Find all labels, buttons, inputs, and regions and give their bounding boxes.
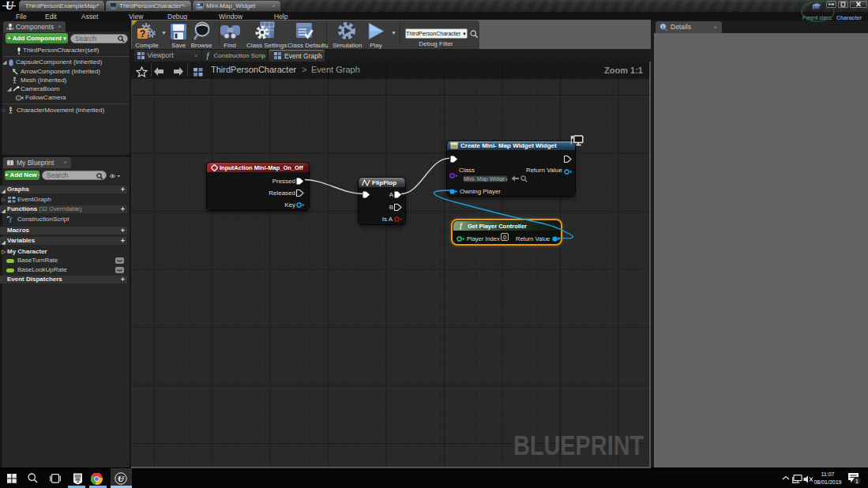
- svg-text:i: i: [663, 24, 664, 29]
- svg-text:1: 1: [855, 479, 859, 484]
- svg-text:f: f: [9, 216, 13, 223]
- svg-text:?: ?: [140, 28, 146, 39]
